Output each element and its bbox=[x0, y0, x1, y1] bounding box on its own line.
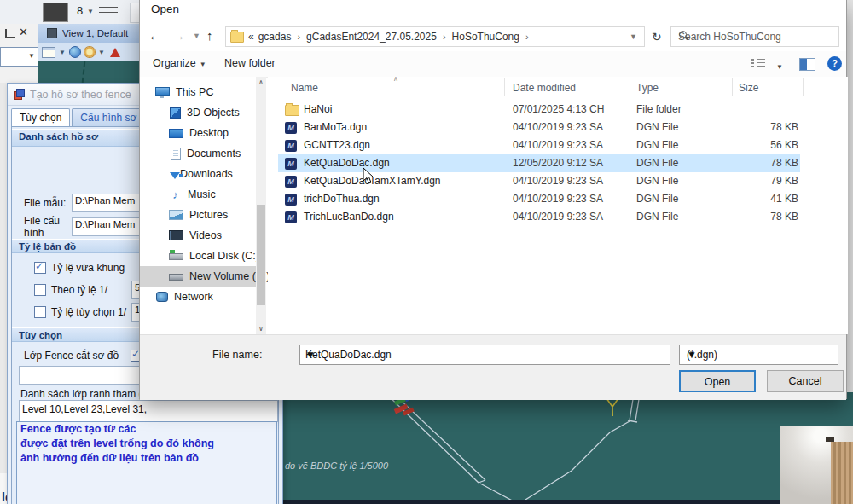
tab-tuy-chon[interactable]: Tùy chọn bbox=[11, 108, 70, 126]
column-size[interactable]: Size bbox=[739, 82, 758, 94]
organize-button[interactable]: Organize▼ bbox=[153, 57, 206, 69]
breadcrumb-separator[interactable]: › bbox=[295, 32, 302, 42]
sidebar-item-label: Pictures bbox=[189, 209, 228, 221]
fence-layer-label: Lớp Fence cắt sơ đồ bbox=[24, 350, 126, 362]
close-icon[interactable]: ✕ bbox=[19, 26, 28, 38]
sidebar-item-label: Videos bbox=[189, 229, 222, 241]
refresh-icon[interactable]: ↻ bbox=[652, 30, 662, 43]
search-placeholder: Search HoSoThuCong bbox=[678, 31, 781, 43]
view-display-icon[interactable] bbox=[42, 47, 55, 58]
sidebar-item[interactable]: New Volume (D:) bbox=[140, 266, 256, 287]
sidebar-item-label: Music bbox=[188, 188, 216, 200]
table-row[interactable]: MKetQuaDoDacTamXTamY.dgn04/10/2019 9:23 … bbox=[268, 172, 848, 190]
view-mode-icon[interactable] bbox=[751, 58, 765, 69]
cad-canvas[interactable]: do vẽ BĐĐC tỷ lệ 1/5000 bbox=[281, 392, 853, 504]
sidebar-item[interactable]: Network bbox=[140, 287, 256, 307]
info-line: Fence được tạo từ các bbox=[17, 422, 276, 437]
dgn-file-icon: M bbox=[285, 121, 297, 134]
scroll-down-icon[interactable]: ∨ bbox=[256, 325, 266, 333]
view-titlebar[interactable]: View 1, Default bbox=[38, 24, 139, 43]
chevron-down-icon[interactable]: ▼ bbox=[773, 60, 783, 72]
history-chevron-icon[interactable]: ▼ bbox=[193, 32, 200, 40]
sun-icon[interactable] bbox=[84, 47, 95, 57]
search-input[interactable]: Search HoSoThuCong bbox=[670, 26, 839, 47]
chevron-down-icon[interactable]: ▼ bbox=[305, 349, 664, 361]
ranh-input[interactable]: Level 10,Level 23,Level 31, bbox=[19, 400, 278, 422]
table-row[interactable]: MTrichLucBanDo.dgn04/10/2019 9:23 SADGN … bbox=[268, 208, 848, 226]
column-headers: ∧ Name Date modified Type Size bbox=[268, 77, 848, 97]
sidebar-scrollbar[interactable]: ∧ ∨ bbox=[256, 77, 266, 334]
scrollbar-thumb[interactable] bbox=[257, 205, 265, 305]
preview-pane-icon[interactable] bbox=[799, 58, 815, 71]
file-name: HaNoi bbox=[304, 103, 332, 115]
table-row[interactable]: MKetQuaDoDac.dgn12/05/2020 9:12 SADGN Fi… bbox=[268, 154, 848, 172]
breadcrumb-segment[interactable]: gCadasEnt2024_27.05.2025 bbox=[306, 31, 437, 43]
scroll-up-icon[interactable]: ∧ bbox=[256, 78, 266, 86]
sidebar-item[interactable]: Documents bbox=[140, 143, 256, 164]
chevron-down-icon[interactable]: ▼ bbox=[687, 349, 833, 361]
globe-icon[interactable] bbox=[69, 46, 81, 58]
column-divider bbox=[504, 78, 505, 96]
open-button[interactable]: Open bbox=[679, 370, 756, 392]
table-row[interactable]: MtrichDoThua.dgn04/10/2019 9:23 SADGN Fi… bbox=[268, 190, 848, 208]
sidebar-item[interactable]: Pictures bbox=[140, 205, 256, 225]
table-row[interactable]: MGCNTT23.dgn04/10/2019 9:23 SADGN File56… bbox=[268, 136, 848, 154]
breadcrumb-separator[interactable]: › bbox=[441, 32, 448, 42]
line-style-icon[interactable] bbox=[99, 5, 123, 17]
sidebar-item[interactable]: Downloads bbox=[140, 164, 256, 184]
i-pc-icon bbox=[155, 87, 170, 96]
sidebar-item[interactable]: This PC bbox=[140, 82, 256, 102]
breadcrumb[interactable]: « gcadas › gCadasEnt2024_27.05.2025 › Ho… bbox=[225, 26, 645, 47]
sidebar-item[interactable]: Local Disk (C:) bbox=[140, 246, 256, 266]
column-divider bbox=[732, 78, 733, 96]
chevron-down-icon[interactable]: ▼ bbox=[630, 32, 637, 41]
up-icon[interactable]: ↑ bbox=[206, 28, 213, 43]
i-music-icon: ♪ bbox=[169, 189, 182, 200]
column-type[interactable]: Type bbox=[636, 82, 659, 94]
column-divider bbox=[630, 78, 630, 96]
cancel-button[interactable]: Cancel bbox=[767, 370, 844, 392]
file-size: 56 KB bbox=[711, 139, 798, 151]
file-date: 07/01/2025 4:13 CH bbox=[513, 103, 604, 115]
chevron-down-icon[interactable]: ▼ bbox=[59, 49, 66, 56]
dock-combo[interactable]: ▼ bbox=[0, 47, 38, 67]
checkbox-icon[interactable] bbox=[34, 284, 46, 296]
i-net-icon bbox=[156, 292, 168, 302]
file-name-label: File name: bbox=[212, 349, 262, 361]
checkbox-icon[interactable] bbox=[34, 262, 46, 274]
breadcrumb-separator[interactable]: › bbox=[524, 32, 531, 42]
column-name[interactable]: Name bbox=[291, 82, 318, 94]
pin-icon[interactable] bbox=[5, 29, 15, 38]
i-video-icon bbox=[169, 230, 183, 240]
chevron-down-icon[interactable]: ▼ bbox=[87, 8, 94, 15]
table-row[interactable]: HaNoi07/01/2025 4:13 CHFile folder bbox=[268, 101, 848, 119]
file-type-filter[interactable]: (*.dgn) ▼ bbox=[679, 345, 838, 365]
sidebar-item[interactable]: Videos bbox=[140, 225, 256, 246]
view-toolbar: ▼ ▼ bbox=[38, 43, 139, 61]
map-scale-annotation: do vẽ BĐĐC tỷ lệ 1/5000 bbox=[285, 461, 388, 471]
new-folder-button[interactable]: New folder bbox=[224, 57, 276, 69]
file-name: BanMoTa.dgn bbox=[304, 121, 367, 133]
forward-icon[interactable]: → bbox=[172, 28, 185, 43]
i-doc-icon bbox=[171, 148, 181, 160]
chevron-down-icon[interactable]: ▼ bbox=[98, 49, 105, 56]
search-icon[interactable] bbox=[678, 31, 688, 41]
breadcrumb-segment[interactable]: HoSoThuCong bbox=[452, 31, 519, 43]
warning-triangle-icon[interactable] bbox=[110, 48, 120, 57]
breadcrumb-segment[interactable]: gcadas bbox=[258, 31, 292, 43]
checkbox-icon[interactable] bbox=[34, 306, 46, 318]
table-row[interactable]: MBanMoTa.dgn04/10/2019 9:23 SADGN File78… bbox=[268, 119, 848, 136]
sidebar-item[interactable]: 3D Objects bbox=[140, 102, 256, 123]
column-date[interactable]: Date modified bbox=[513, 82, 576, 94]
sidebar-item[interactable]: Desktop bbox=[140, 123, 256, 143]
color-swatch[interactable] bbox=[43, 3, 68, 22]
file-name-input[interactable]: KetQuaDoDac.dgn ▼ bbox=[299, 345, 670, 365]
file-name: GCNTT23.dgn bbox=[304, 139, 370, 151]
back-icon[interactable]: ← bbox=[148, 28, 161, 43]
sidebar-item[interactable]: ♪Music bbox=[140, 184, 256, 205]
dgn-file-icon: M bbox=[285, 211, 297, 223]
sidebar-item-label: Documents bbox=[187, 148, 241, 159]
help-icon[interactable]: ? bbox=[827, 56, 842, 71]
navigation-bar: ← → ▼ ↑ « gcadas › gCadasEnt2024_27.05.2… bbox=[140, 22, 846, 51]
line-weight-value[interactable]: 8 bbox=[77, 4, 83, 17]
